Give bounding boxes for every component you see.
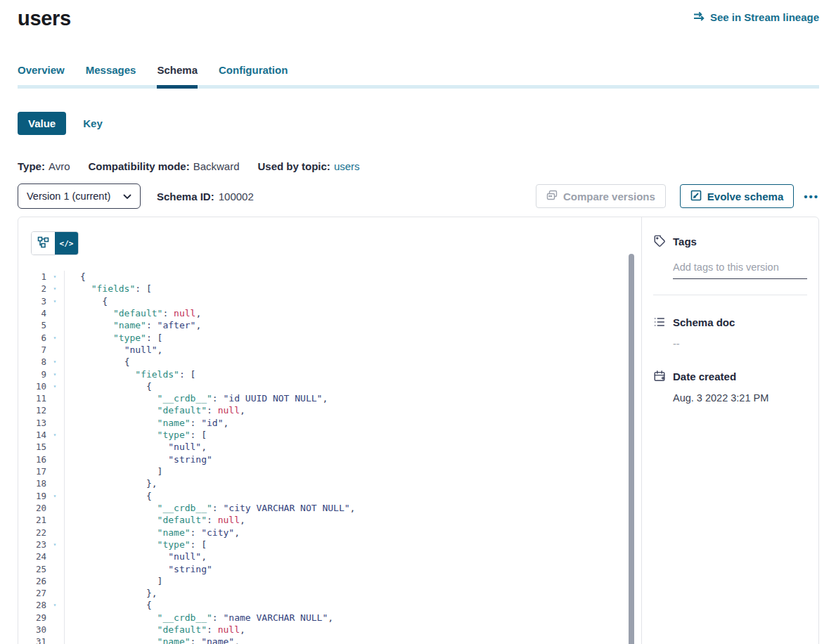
tab-bar: Overview Messages Schema Configuration xyxy=(18,64,819,89)
line-number: 27 xyxy=(18,587,46,599)
topic-link[interactable]: users xyxy=(334,160,360,172)
code-text: "default": null, xyxy=(65,307,201,319)
fold-chevron-icon[interactable]: ▾ xyxy=(46,295,63,307)
line-number: 18 xyxy=(18,477,46,489)
more-actions-button[interactable]: ••• xyxy=(804,191,819,202)
code-line: 29 "__crdb__": "name VARCHAR NULL", xyxy=(18,612,641,624)
code-text: { xyxy=(65,356,129,368)
chevron-down-icon xyxy=(123,191,131,202)
code-line: 25 "string" xyxy=(18,563,641,575)
code-scrollbar-thumb[interactable] xyxy=(629,254,634,644)
code-text: }, xyxy=(65,477,157,489)
code-line: 6▾ "type": [ xyxy=(18,332,641,344)
line-number: 19 xyxy=(18,490,46,502)
code-text: { xyxy=(65,271,86,283)
type-value: Avro xyxy=(49,160,70,172)
code-text: "__crdb__": "name VARCHAR NULL", xyxy=(65,612,333,624)
code-line: 4 "default": null, xyxy=(18,307,641,319)
line-number: 8 xyxy=(18,356,46,368)
code-text: "name": "after", xyxy=(65,319,201,331)
code-text: "type": [ xyxy=(65,539,207,550)
tree-view-button[interactable] xyxy=(32,232,55,255)
line-number: 10 xyxy=(18,380,46,392)
line-number: 6 xyxy=(18,332,46,344)
code-text: "string" xyxy=(65,563,212,575)
fold-chevron-icon[interactable]: ▾ xyxy=(46,271,63,283)
code-line: 30 "default": null, xyxy=(18,624,641,636)
line-number: 14 xyxy=(18,429,46,441)
tree-view-icon xyxy=(37,236,49,250)
compare-versions-button[interactable]: Compare versions xyxy=(536,184,666,208)
fold-chevron-icon[interactable]: ▾ xyxy=(46,429,63,441)
version-select[interactable]: Version 1 (current) xyxy=(18,183,141,209)
copy-compare-icon xyxy=(546,190,558,203)
code-text: "null", xyxy=(65,441,207,453)
code-line: 23▾ "type": [ xyxy=(18,539,641,550)
tab-messages[interactable]: Messages xyxy=(86,64,136,89)
line-number: 20 xyxy=(18,502,46,514)
tab-schema[interactable]: Schema xyxy=(157,64,198,89)
stream-lineage-link[interactable]: See in Stream lineage xyxy=(693,11,819,23)
code-text: "name": "city", xyxy=(65,527,240,539)
fold-chevron-icon[interactable]: ▾ xyxy=(46,539,63,550)
subject-toggle: Value Key xyxy=(18,112,819,135)
schema-meta: Type:Avro Compatibility mode:Backward Us… xyxy=(18,160,819,172)
controls-row: Version 1 (current) Schema ID:100002 Com… xyxy=(18,183,819,209)
code-line: 11 "__crdb__": "id UUID NOT NULL", xyxy=(18,392,641,404)
code-line: 7 "null", xyxy=(18,344,641,356)
schema-sidebar: Tags Schema doc -- xyxy=(641,217,818,644)
code-view-button[interactable]: </> xyxy=(55,232,78,255)
tab-overview[interactable]: Overview xyxy=(18,64,65,89)
sidebar-divider xyxy=(653,295,807,295)
code-text: "name": "name", xyxy=(65,636,240,644)
code-text: "fields": [ xyxy=(65,368,195,380)
code-text: "default": null, xyxy=(65,514,245,526)
code-line: 1▾{ xyxy=(18,271,641,283)
line-number: 11 xyxy=(18,392,46,404)
tab-configuration[interactable]: Configuration xyxy=(219,64,288,89)
code-text: "type": [ xyxy=(65,332,162,344)
line-number: 30 xyxy=(18,624,46,636)
code-text: "default": null, xyxy=(65,404,245,416)
compare-versions-label: Compare versions xyxy=(563,191,655,202)
evolve-schema-button[interactable]: Evolve schema xyxy=(680,184,794,208)
value-toggle-button[interactable]: Value xyxy=(18,112,66,135)
fold-chevron-icon[interactable]: ▾ xyxy=(46,599,63,611)
compat-label: Compatibility mode: xyxy=(88,160,189,172)
code-text: { xyxy=(65,380,152,392)
key-toggle-button[interactable]: Key xyxy=(83,117,103,129)
code-text: "string" xyxy=(65,453,212,465)
code-text: "type": [ xyxy=(65,429,207,441)
code-text: "name": "id", xyxy=(65,417,229,429)
line-number: 12 xyxy=(18,404,46,416)
date-created-title: Date created xyxy=(673,371,736,382)
fold-chevron-icon[interactable]: ▾ xyxy=(46,380,63,392)
code-line: 15 "null", xyxy=(18,441,641,453)
code-line: 12 "default": null, xyxy=(18,404,641,416)
fold-chevron-icon[interactable]: ▾ xyxy=(46,332,63,344)
tag-icon xyxy=(653,235,666,250)
code-line: 26 ] xyxy=(18,575,641,587)
line-number: 31 xyxy=(18,636,46,644)
code-line: 13 "name": "id", xyxy=(18,417,641,429)
tab-track xyxy=(18,85,819,89)
line-number: 2 xyxy=(18,283,46,295)
code-line: 9▾ "fields": [ xyxy=(18,368,641,380)
compat-value: Backward xyxy=(193,160,240,172)
fold-chevron-icon[interactable]: ▾ xyxy=(46,490,63,502)
code-line: 22 "name": "city", xyxy=(18,527,641,539)
line-number: 4 xyxy=(18,307,46,319)
compat-field: Compatibility mode:Backward xyxy=(88,160,239,172)
fold-chevron-icon[interactable]: ▾ xyxy=(46,283,63,295)
fold-chevron-icon[interactable]: ▾ xyxy=(46,356,63,368)
tags-input[interactable] xyxy=(673,260,807,279)
stream-lineage-icon xyxy=(693,11,705,23)
line-number: 17 xyxy=(18,465,46,477)
schema-id-field: Schema ID:100002 xyxy=(157,191,254,202)
fold-chevron-icon[interactable]: ▾ xyxy=(46,368,63,380)
schema-doc-value: -- xyxy=(673,338,807,349)
line-number: 9 xyxy=(18,368,46,380)
code-line: 2▾ "fields": [ xyxy=(18,283,641,295)
date-created-value: Aug. 3 2022 3:21 PM xyxy=(673,392,807,404)
line-number: 1 xyxy=(18,271,46,283)
